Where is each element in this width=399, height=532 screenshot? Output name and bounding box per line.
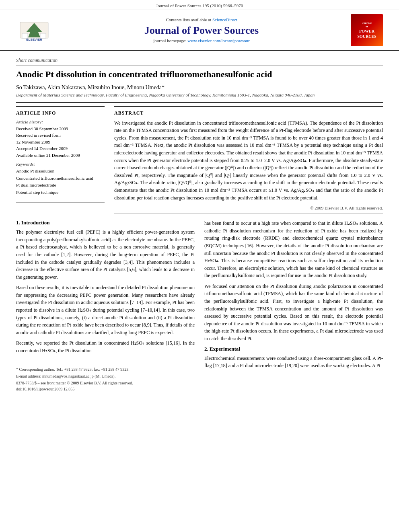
body-para-right-2: We focused our attention on the Pt disso… <box>204 283 383 343</box>
journal-title: Journal of Power Sources <box>52 25 351 37</box>
doi-text: doi:10.1016/j.jpowsour.2009.12.055 <box>16 387 195 391</box>
article-title: Anodic Pt dissolution in concentrated tr… <box>16 69 383 80</box>
keyword-2: Concentrated trifluoromethanesulfonic ac… <box>16 175 105 182</box>
footnote-area: * Corresponding author. Tel.: +81 258 47… <box>16 363 195 391</box>
keywords-group: Keywords: Anodic Pt dissolution Concentr… <box>16 162 105 196</box>
authors-text: So Takizawa, Akira Nakazawa, Mitsuhiro I… <box>16 84 165 90</box>
email-footnote: E-mail address: mnumeda@vos.nagaokaut.ac… <box>16 373 195 379</box>
copyright-line: © 2009 Elsevier B.V. All rights reserved… <box>114 205 383 214</box>
keywords-label: Keywords: <box>16 162 105 166</box>
accepted-date: Accepted 14 December 2009 <box>16 145 105 152</box>
article-type-label: Short communication <box>16 58 383 64</box>
sciencedirect-link[interactable]: ScienceDirect <box>212 17 237 22</box>
keyword-1: Anodic Pt dissolution <box>16 168 105 175</box>
article-info-heading: ARTICLE INFO <box>16 110 105 116</box>
received-revised-date: 12 November 2009 <box>16 139 105 146</box>
body-col-left: 1. Introduction The polymer electrolyte … <box>16 220 195 391</box>
main-content: Short communication Anodic Pt dissolutio… <box>0 51 399 399</box>
svg-text:ELSEVIER: ELSEVIER <box>26 38 42 41</box>
body-para-right-1: has been found to occur at a high rate w… <box>204 220 383 279</box>
journal-homepage-link[interactable]: www.elsevier.com/locate/jpowsour <box>187 38 249 43</box>
body-content: 1. Introduction The polymer electrolyte … <box>16 220 383 391</box>
top-bar: Journal of Power Sources 195 (2010) 5966… <box>0 0 399 10</box>
journal-badge: Journal of POWER SOURCES <box>351 14 383 46</box>
body-para-exp-1: Electrochemical measurements were conduc… <box>204 355 383 370</box>
body-two-col: 1. Introduction The polymer electrolyte … <box>16 220 383 391</box>
keyword-3: Pt dual microelectrode <box>16 182 105 189</box>
body-para-1: The polymer electrolyte fuel cell (PEFC)… <box>16 228 195 281</box>
journal-volume-info: Journal of Power Sources 195 (2010) 5966… <box>156 3 243 8</box>
affiliation-text: Department of Materials Science and Tech… <box>16 92 383 97</box>
received-revised-label: Received in revised form <box>16 132 105 139</box>
available-date: Available online 21 December 2009 <box>16 152 105 159</box>
corresponding-footnote: * Corresponding author. Tel.: +81 258 47… <box>16 366 195 372</box>
elsevier-logo-svg: ELSEVIER <box>18 18 50 42</box>
abstract-text: We investigated the anodic Pt dissolutio… <box>114 119 383 202</box>
elsevier-logo-box: ELSEVIER <box>16 18 52 42</box>
info-abstract-row: ARTICLE INFO Article history: Received 3… <box>16 106 383 214</box>
issn-text: 0378-7753/$ – see front matter © 2009 El… <box>16 381 195 385</box>
abstract-box: ABSTRACT We investigated the anodic Pt d… <box>114 106 383 214</box>
body-para-2: Based on these results, it is inevitable… <box>16 284 195 336</box>
article-info-box: ARTICLE INFO Article history: Received 3… <box>16 106 105 203</box>
received-1: Received 30 September 2009 <box>16 125 105 132</box>
journal-homepage-line: journal homepage: www.elsevier.com/locat… <box>52 38 351 43</box>
body-col-right: has been found to occur at a high rate w… <box>204 220 383 391</box>
keyword-4: Potential step technique <box>16 189 105 196</box>
abstract-heading: ABSTRACT <box>114 110 383 116</box>
page: Journal of Power Sources 195 (2010) 5966… <box>0 0 399 532</box>
history-group: Article history: Received 30 September 2… <box>16 119 105 159</box>
thick-rule <box>16 102 383 103</box>
article-info-col: ARTICLE INFO Article history: Received 3… <box>16 106 105 214</box>
authors-line: So Takizawa, Akira Nakazawa, Mitsuhiro I… <box>16 84 383 91</box>
abstract-col: ABSTRACT We investigated the anodic Pt d… <box>114 106 383 214</box>
history-label: Article history: <box>16 119 105 124</box>
journal-header: ELSEVIER Contents lists available at Sci… <box>0 10 399 51</box>
body-para-3: Recently, we reported the Pt dissolution… <box>16 339 195 354</box>
section1-heading: 1. Introduction <box>16 220 195 226</box>
section2-heading: 2. Experimental <box>204 346 383 352</box>
thin-rule-1 <box>16 65 383 66</box>
sciencedirect-line: Contents lists available at ScienceDirec… <box>52 17 351 22</box>
journal-header-center: Contents lists available at ScienceDirec… <box>52 17 351 43</box>
